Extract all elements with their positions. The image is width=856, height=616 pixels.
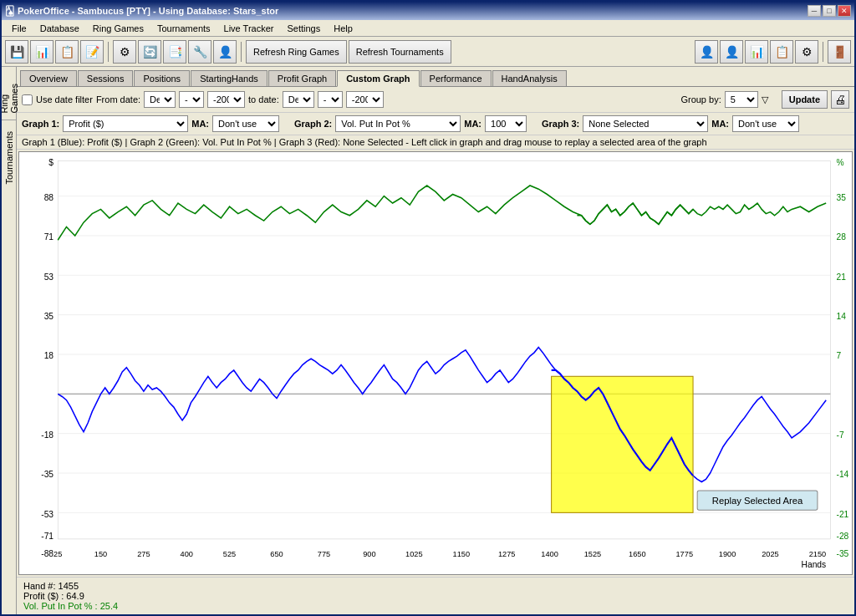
svg-text:1400: 1400 xyxy=(541,550,558,558)
to-month-select[interactable]: Dec xyxy=(283,91,314,108)
chart-container[interactable]: $ 88 71 53 35 18 -18 -35 -53 -71 -88 % 3… xyxy=(18,151,853,575)
svg-text:1275: 1275 xyxy=(498,550,516,558)
svg-text:-35: -35 xyxy=(41,470,54,479)
svg-text:71: 71 xyxy=(44,232,54,242)
menu-tournaments[interactable]: Tournaments xyxy=(150,22,217,35)
content-area: Overview Sessions Positions StartingHand… xyxy=(17,67,854,614)
toolbar-btn-exit[interactable]: 🚪 xyxy=(828,40,851,64)
toolbar-btn-5[interactable]: ⚙ xyxy=(113,40,136,64)
group-by-select[interactable]: 5 xyxy=(725,91,758,108)
toolbar-btn-8[interactable]: 🔧 xyxy=(188,40,211,64)
tab-positions[interactable]: Positions xyxy=(134,70,190,86)
svg-text:%: % xyxy=(837,158,844,167)
toolbar-btn-1[interactable]: 💾 xyxy=(5,40,28,64)
menu-bar: File Database Ring Games Tournaments Liv… xyxy=(2,20,854,37)
svg-text:28: 28 xyxy=(837,232,847,242)
svg-text:2025: 2025 xyxy=(762,550,779,558)
toolbar-btn-4[interactable]: 📝 xyxy=(80,40,104,64)
menu-database[interactable]: Database xyxy=(33,22,86,35)
vol-info: Vol. Put In Pot % : 25.4 xyxy=(23,601,848,611)
to-day-select[interactable]: -15 xyxy=(318,91,343,108)
menu-settings[interactable]: Settings xyxy=(280,22,327,35)
tab-bar: Overview Sessions Positions StartingHand… xyxy=(17,67,854,87)
toolbar-btn-3[interactable]: 📋 xyxy=(55,40,79,64)
svg-text:400: 400 xyxy=(181,550,193,558)
graph2-select[interactable]: Vol. Put In Pot % xyxy=(335,115,461,132)
svg-text:900: 900 xyxy=(363,550,375,558)
graph3-ma-label: MA: xyxy=(711,119,729,129)
svg-text:-71: -71 xyxy=(41,532,54,541)
menu-live-tracker[interactable]: Live Tracker xyxy=(217,22,281,35)
update-button[interactable]: Update xyxy=(782,90,828,109)
toolbar-btn-9[interactable]: 👤 xyxy=(213,40,237,64)
tab-custom-graph[interactable]: Custom Graph xyxy=(337,70,419,87)
svg-text:Replay Selected Area: Replay Selected Area xyxy=(712,496,803,506)
svg-text:-21: -21 xyxy=(837,510,849,519)
svg-rect-1 xyxy=(58,161,830,539)
use-date-filter-label: Use date filter xyxy=(36,94,93,104)
main-window: 🂡 PokerOffice - Sambucus [PTY] - Using D… xyxy=(0,0,856,616)
graph3-select[interactable]: None Selected xyxy=(583,115,708,132)
svg-text:21: 21 xyxy=(837,272,847,281)
svg-text:1650: 1650 xyxy=(629,550,646,558)
tab-profit-graph[interactable]: Profit Graph xyxy=(268,70,336,86)
graph2-label: Graph 2: xyxy=(294,119,332,129)
from-day-select[interactable]: -09 xyxy=(179,91,204,108)
tab-starting-hands[interactable]: StartingHands xyxy=(191,70,268,86)
title-bar: 🂡 PokerOffice - Sambucus [PTY] - Using D… xyxy=(2,2,854,20)
from-year-select[interactable]: -2005 xyxy=(207,91,245,108)
graph1-ma-label: MA: xyxy=(191,119,209,129)
tab-overview[interactable]: Overview xyxy=(20,70,77,86)
tournaments-label: Tournaments xyxy=(4,131,14,185)
svg-text:-28: -28 xyxy=(837,532,849,541)
toolbar-btn-13[interactable]: 📋 xyxy=(770,40,793,64)
filter-icon: ▽ xyxy=(762,94,778,105)
menu-help[interactable]: Help xyxy=(327,22,359,35)
tab-sessions[interactable]: Sessions xyxy=(78,70,134,86)
side-divider xyxy=(2,120,16,120)
svg-text:-53: -53 xyxy=(41,510,54,519)
svg-text:53: 53 xyxy=(44,272,54,281)
svg-text:-88: -88 xyxy=(41,549,54,558)
refresh-ring-button[interactable]: Refresh Ring Games xyxy=(246,40,347,64)
tab-hand-analysis[interactable]: HandAnalysis xyxy=(492,70,567,86)
graph2-ma-select[interactable]: 100 xyxy=(485,115,527,132)
maximize-button[interactable]: □ xyxy=(823,5,836,17)
graph1-ma-select[interactable]: Don't use xyxy=(212,115,279,132)
hand-info: Hand #: 1455 xyxy=(23,581,848,591)
svg-rect-52 xyxy=(552,376,693,512)
use-date-filter-checkbox[interactable] xyxy=(22,94,33,105)
toolbar-btn-6[interactable]: 🔄 xyxy=(138,40,161,64)
window-title: PokerOffice - Sambucus [PTY] - Using Dat… xyxy=(18,6,278,16)
toolbar-btn-11[interactable]: 👤 xyxy=(720,40,743,64)
graph-controls: Graph 1: Profit ($) MA: Don't use Graph … xyxy=(17,113,854,135)
toolbar-separator-1 xyxy=(108,42,109,62)
main-area: RingGames Tournaments Overview Sessions … xyxy=(2,67,854,614)
svg-text:1900: 1900 xyxy=(719,550,736,558)
graph1-select[interactable]: Profit ($) xyxy=(63,115,188,132)
graph3-label: Graph 3: xyxy=(542,119,579,129)
to-date-label: to date: xyxy=(248,94,279,104)
toolbar-btn-12[interactable]: 📊 xyxy=(745,40,768,64)
from-month-select[interactable]: Dec xyxy=(144,91,176,108)
graph1-label: Graph 1: xyxy=(22,119,59,129)
toolbar-btn-2[interactable]: 📊 xyxy=(30,40,54,64)
minimize-button[interactable]: ─ xyxy=(808,5,821,17)
toolbar-btn-10[interactable]: 👤 xyxy=(695,40,718,64)
toolbar-btn-7[interactable]: 📑 xyxy=(163,40,186,64)
to-year-select[interactable]: -2005 xyxy=(346,91,384,108)
info-panel: Hand #: 1455 Profit ($) : 64.9 Vol. Put … xyxy=(17,577,854,614)
close-button[interactable]: ✕ xyxy=(838,5,851,17)
graph3-ma-select[interactable]: Don't use xyxy=(732,115,799,132)
print-button[interactable]: 🖨 xyxy=(831,90,849,109)
side-label-ring: RingGames Tournaments xyxy=(2,67,17,614)
tab-performance[interactable]: Performance xyxy=(420,70,492,86)
toolbar-btn-14[interactable]: ⚙ xyxy=(795,40,818,64)
from-date-label: From date: xyxy=(96,94,140,104)
graph-description: Graph 1 (Blue): Profit ($) | Graph 2 (Gr… xyxy=(17,135,854,150)
svg-text:18: 18 xyxy=(44,351,54,360)
menu-file[interactable]: File xyxy=(5,22,33,35)
app-icon: 🂡 xyxy=(5,6,14,17)
menu-ring-games[interactable]: Ring Games xyxy=(86,22,150,35)
refresh-tournaments-button[interactable]: Refresh Tournaments xyxy=(349,40,451,64)
